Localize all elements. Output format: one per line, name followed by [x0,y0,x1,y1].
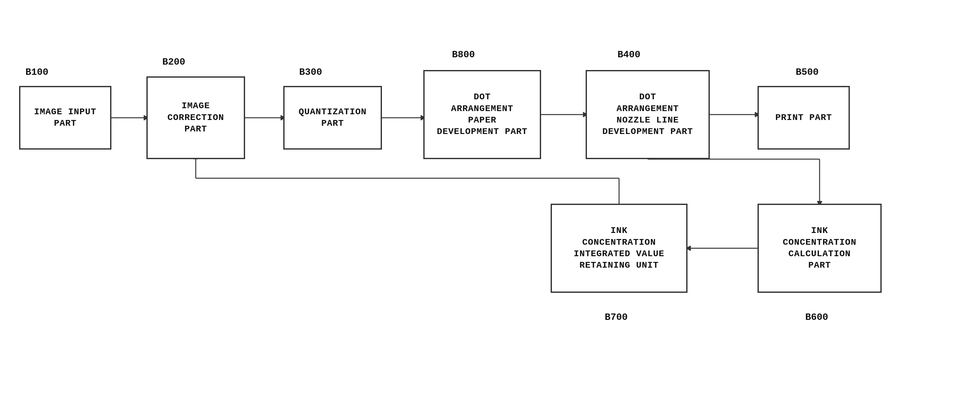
block-b700: INKCONCENTRATIONINTEGRATED VALUERETAININ… [550,204,687,293]
block-b400-text: DOTARRANGEMENTNOZZLE LINEDEVELOPMENT PAR… [603,91,693,138]
label-b700: B700 [605,312,628,323]
block-b300: QUANTIZATIONPART [283,86,382,149]
block-b300-text: QUANTIZATIONPART [299,106,367,130]
label-b300: B300 [299,67,322,78]
label-b600: B600 [805,312,828,323]
block-b600: INKCONCENTRATIONCALCULATIONPART [757,204,881,293]
label-b500: B500 [796,67,819,78]
label-b100: B100 [25,67,48,78]
block-b400: DOTARRANGEMENTNOZZLE LINEDEVELOPMENT PAR… [585,70,710,159]
block-b700-text: INKCONCENTRATIONINTEGRATED VALUERETAININ… [574,225,665,272]
block-b500-text: PRINT PART [775,112,832,124]
block-b200-text: IMAGECORRECTIONPART [167,100,224,135]
block-b100-text: IMAGE INPUT PART [21,106,110,130]
label-b200: B200 [162,57,185,67]
block-b800-text: DOTARRANGEMENTPAPERDEVELOPMENT PART [437,91,528,138]
label-b400: B400 [617,49,640,60]
block-b200: IMAGECORRECTIONPART [146,76,245,159]
block-b100: IMAGE INPUT PART [19,86,111,149]
block-b800: DOTARRANGEMENTPAPERDEVELOPMENT PART [423,70,541,159]
label-b800: B800 [452,49,475,60]
block-b600-text: INKCONCENTRATIONCALCULATIONPART [783,225,856,272]
block-b500: PRINT PART [757,86,850,149]
